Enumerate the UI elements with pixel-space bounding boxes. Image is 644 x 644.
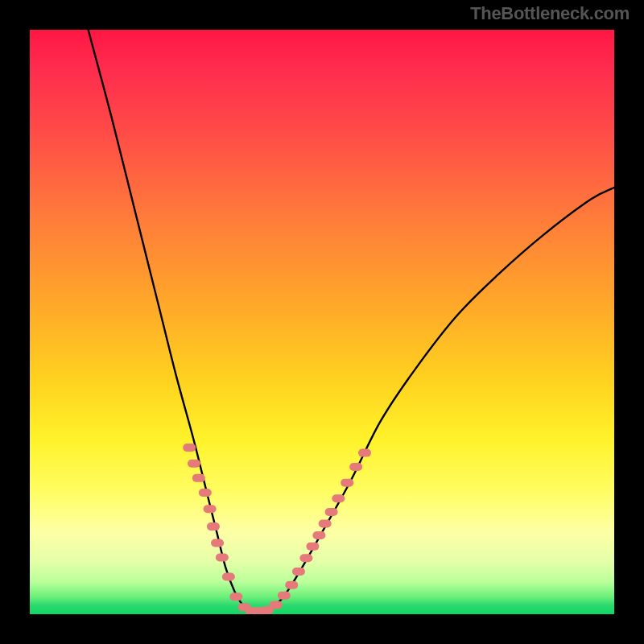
overlay-dot — [216, 554, 229, 562]
overlay-dot — [270, 601, 283, 609]
curve-layer — [30, 30, 614, 614]
overlay-dot — [312, 531, 325, 539]
overlay-dot — [341, 479, 353, 487]
overlay-dot — [207, 522, 220, 530]
overlay-dot — [222, 573, 235, 581]
overlay-dot — [292, 568, 305, 576]
overlay-dot — [199, 489, 212, 497]
overlay-dot — [349, 463, 362, 471]
overlay-dot — [299, 554, 312, 562]
overlay-dot — [188, 460, 200, 468]
overlay-dot — [229, 592, 242, 601]
overlay-dot — [204, 505, 217, 513]
overlay-dot — [306, 543, 319, 551]
overlay-dot — [332, 494, 345, 502]
overlay-dot — [358, 449, 371, 457]
overlay-dot — [278, 592, 291, 600]
plot-area — [30, 30, 614, 614]
bottleneck-curve — [89, 30, 614, 613]
overlay-dot — [211, 539, 224, 547]
overlay-dot — [183, 444, 196, 452]
overlay-dot — [325, 508, 338, 516]
overlay-dot — [192, 474, 205, 482]
overlay-dot — [285, 581, 298, 589]
overlay-dot — [319, 519, 332, 527]
watermark-text: TheBottleneck.com — [470, 3, 630, 24]
